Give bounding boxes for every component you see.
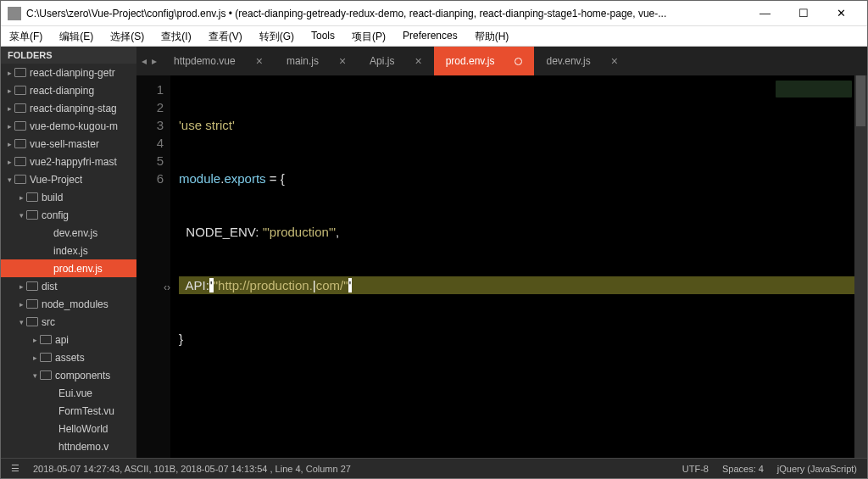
status-syntax[interactable]: jQuery (JavaScript)	[777, 464, 857, 474]
tree-arrow-icon: ▾	[16, 211, 26, 220]
menu-item[interactable]: 项目(P)	[343, 26, 394, 46]
app-window: C:\Users\zero\Vue-Project\config\prod.en…	[0, 0, 868, 479]
tree-arrow-icon: ▸	[30, 336, 40, 344]
tab-label: httpdemo.vue	[174, 55, 236, 67]
tab[interactable]: dev.env.js×	[534, 47, 629, 75]
code-editor[interactable]: 123456 'use strict' module.exports = { N…	[136, 75, 867, 458]
minimap[interactable]	[776, 81, 852, 97]
sidebar-item[interactable]: ▸dist	[1, 277, 136, 295]
menu-item[interactable]: 菜单(F)	[1, 26, 51, 46]
status-info[interactable]: 2018-05-07 14:27:43, ASCII, 101B, 2018-0…	[33, 464, 351, 474]
folder-icon	[26, 192, 38, 202]
tree-arrow-icon: ▾	[30, 371, 40, 380]
menu-item[interactable]: 帮助(H)	[466, 26, 518, 46]
sidebar-item[interactable]: dev.env.js	[1, 224, 136, 242]
sidebar-item[interactable]: httndemo.v	[1, 437, 136, 455]
menu-item[interactable]: Tools	[303, 26, 343, 46]
menu-item[interactable]: 查看(V)	[200, 26, 251, 46]
tree-arrow-icon: ▸	[16, 300, 26, 309]
folder-icon	[14, 157, 26, 166]
sidebar-item[interactable]: FormTest.vu	[1, 402, 136, 420]
folder-icon	[14, 121, 26, 131]
sidebar-item[interactable]: ▸vue-demo-kugou-m	[1, 117, 136, 135]
folder-icon	[40, 353, 52, 362]
minimize-button[interactable]: —	[746, 1, 784, 26]
editor-body: FOLDERS ▸react-dianping-getr▸react-dianp…	[1, 47, 867, 458]
folder-icon	[14, 139, 26, 148]
tree-label: dev.env.js	[53, 227, 97, 239]
close-button[interactable]: ✕	[822, 1, 860, 26]
tab[interactable]: Api.js×	[358, 47, 434, 75]
sidebar-item[interactable]: ▸react-dianping	[1, 81, 136, 99]
main-area: ◂ ▸ httpdemo.vue×main.js×Api.js×prod.env…	[136, 47, 867, 458]
tabbar: ◂ ▸ httpdemo.vue×main.js×Api.js×prod.env…	[136, 47, 867, 75]
tree-label: prod.env.js	[53, 263, 103, 275]
folder-icon	[40, 335, 52, 344]
tree-label: node_modules	[42, 298, 108, 310]
sidebar-item[interactable]: Eui.vue	[1, 384, 136, 402]
scroll-thumb[interactable]	[856, 75, 865, 126]
tab-label: dev.env.js	[546, 55, 590, 67]
sidebar-item[interactable]: ▾config	[1, 206, 136, 224]
menu-item[interactable]: 编辑(E)	[51, 26, 102, 46]
sidebar-item[interactable]: ▸build	[1, 188, 136, 206]
menu-item[interactable]: 转到(G)	[251, 26, 303, 46]
folder-icon	[26, 299, 38, 309]
tree-label: react-dianping-getr	[30, 67, 115, 79]
chevron-right-icon[interactable]: ▸	[152, 55, 157, 67]
tree-label: build	[42, 192, 63, 203]
tree-label: react-dianping-stag	[30, 103, 117, 114]
code-area[interactable]: 'use strict' module.exports = { NODE_ENV…	[170, 75, 867, 458]
line-number: 2	[136, 98, 164, 116]
status-encoding[interactable]: UTF-8	[682, 464, 709, 474]
sidebar-item[interactable]: index.js	[1, 242, 136, 259]
menubar: 菜单(F)编辑(E)选择(S)查找(I)查看(V)转到(G)Tools项目(P)…	[1, 26, 867, 47]
menu-item[interactable]: Preferences	[394, 26, 466, 46]
tree-label: vue-demo-kugou-m	[30, 120, 118, 132]
chevron-left-icon[interactable]: ◂	[142, 55, 147, 67]
status-icon: ☰	[11, 463, 19, 474]
sidebar-item[interactable]: ▾components	[1, 366, 136, 384]
maximize-button[interactable]: ☐	[784, 1, 822, 26]
tree-arrow-icon: ▸	[16, 193, 26, 202]
tree-arrow-icon: ▸	[4, 158, 14, 166]
tab[interactable]: httpdemo.vue×	[162, 47, 275, 75]
folder-icon	[14, 86, 26, 95]
sidebar-item[interactable]: ▸react-dianping-getr	[1, 64, 136, 81]
tab-active[interactable]: prod.env.js	[434, 47, 535, 75]
status-spaces[interactable]: Spaces: 4	[722, 464, 764, 474]
sidebar-item[interactable]: ▸node_modules	[1, 295, 136, 313]
folder-icon	[26, 317, 38, 326]
sidebar-item[interactable]: ▸vue-sell-master	[1, 135, 136, 153]
code-string: 'use strict'	[179, 118, 235, 132]
tree-arrow-icon: ▸	[4, 122, 14, 131]
sidebar-item-selected[interactable]: prod.env.js	[1, 259, 136, 277]
tab-close-icon[interactable]: ×	[256, 54, 263, 68]
tab-label: Api.js	[370, 55, 394, 67]
line-number: 3	[136, 116, 164, 134]
tab-close-icon[interactable]: ×	[611, 54, 618, 68]
line-number: 1	[136, 81, 164, 98]
sidebar-item[interactable]: ▸api	[1, 331, 136, 348]
sidebar-item[interactable]: ▸react-dianping-stag	[1, 99, 136, 117]
tree-label: Eui.vue	[58, 387, 92, 399]
tab[interactable]: main.js×	[275, 47, 358, 75]
tree-arrow-icon: ▸	[4, 86, 14, 95]
sidebar-item[interactable]: ▸vue2-happyfri-mast	[1, 153, 136, 170]
folder-icon	[14, 103, 26, 113]
tree-label: config	[42, 209, 69, 221]
line-number: 6	[136, 170, 164, 187]
sidebar-item[interactable]: ▸assets	[1, 348, 136, 366]
sidebar-item[interactable]: ▾src	[1, 313, 136, 331]
titlebar: C:\Users\zero\Vue-Project\config\prod.en…	[1, 1, 867, 26]
sidebar-item[interactable]: HelloWorld	[1, 420, 136, 437]
folder-icon	[26, 210, 38, 220]
sidebar-item[interactable]: ▾Vue-Project	[1, 170, 136, 188]
tree-arrow-icon: ▸	[4, 104, 14, 113]
tab-close-icon[interactable]: ×	[415, 54, 421, 68]
tab-close-icon[interactable]: ×	[339, 54, 346, 68]
menu-item[interactable]: 查找(I)	[153, 26, 199, 46]
vertical-scrollbar[interactable]	[854, 75, 867, 458]
statusbar: ☰ 2018-05-07 14:27:43, ASCII, 101B, 2018…	[1, 458, 867, 478]
menu-item[interactable]: 选择(S)	[102, 26, 153, 46]
